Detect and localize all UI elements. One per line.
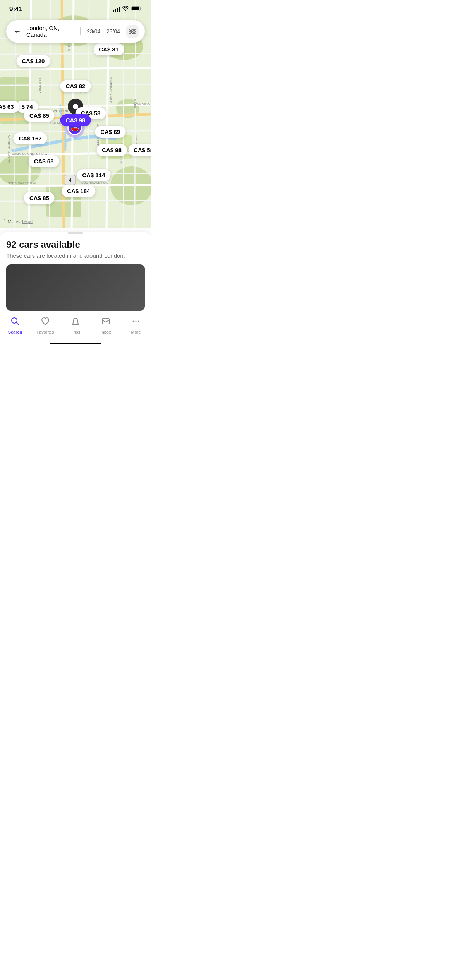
svg-rect-38 <box>102 319 109 324</box>
svg-rect-1 <box>132 7 139 10</box>
svg-text:4: 4 <box>69 178 72 182</box>
svg-line-37 <box>17 323 19 325</box>
home-bar <box>50 343 101 344</box>
svg-point-6 <box>133 31 135 33</box>
svg-text:SPRINGBA...: SPRINGBA... <box>38 77 41 96</box>
search-dates[interactable]: 23/04 – 23/04 <box>84 28 122 34</box>
search-nav-icon <box>10 317 20 328</box>
favorites-nav-icon <box>41 317 50 328</box>
price-bubble-p12[interactable]: CA$ 58 <box>128 144 151 156</box>
status-icons <box>113 6 142 13</box>
svg-text:SIDES: SIDES <box>133 99 136 108</box>
price-bubble-p11[interactable]: CA$ 98 <box>96 144 127 156</box>
wifi-icon <box>122 6 129 12</box>
price-bubble-p2[interactable]: CA$ 120 <box>16 55 50 67</box>
price-bubble-p1[interactable]: CA$ 81 <box>93 43 124 55</box>
signal-icon <box>113 7 120 12</box>
apple-icon:  <box>4 218 6 224</box>
pull-handle[interactable] <box>68 232 83 234</box>
price-bubble-p10[interactable]: CA$ 162 <box>13 132 47 144</box>
svg-point-39 <box>133 321 134 322</box>
svg-text:WONDERLAND RD: WONDERLAND RD <box>7 135 10 163</box>
price-bubble-p14[interactable]: CA$ 114 <box>77 169 110 181</box>
svg-text:SOUTHDALE RD E: SOUTHDALE RD E <box>81 181 108 185</box>
status-bar: 9:41 <box>0 0 151 16</box>
nav-item-more[interactable]: More <box>121 315 151 336</box>
svg-point-41 <box>138 321 139 322</box>
price-bubble-p13[interactable]: CA$ 68 <box>29 155 59 167</box>
trips-nav-label: Trips <box>71 330 80 334</box>
bottom-sheet: 92 cars available These cars are located… <box>0 232 151 311</box>
svg-point-5 <box>130 29 132 31</box>
search-divider <box>80 27 81 35</box>
trips-nav-icon <box>71 317 80 328</box>
back-button[interactable]: ← <box>12 27 22 36</box>
apple-maps-logo:  Maps <box>4 218 20 224</box>
nav-item-search[interactable]: Search <box>0 315 30 336</box>
price-bubble-p16[interactable]: CA$ 85 <box>24 192 55 204</box>
price-bubble-p7[interactable]: CA$ 98 <box>60 114 91 126</box>
more-nav-icon <box>131 317 141 328</box>
car-card-preview[interactable] <box>6 264 145 311</box>
maps-legal[interactable]: Legal <box>22 219 33 224</box>
price-bubble-p3[interactable]: CA$ 82 <box>60 80 91 92</box>
svg-text:HIGHBURY AVE N: HIGHBURY AVE N <box>110 77 113 103</box>
price-bubble-p6[interactable]: CA$ 85 <box>24 110 55 122</box>
svg-text:FLORENCE ST: FLORENCE ST <box>136 102 151 105</box>
favorites-nav-label: Favorites <box>36 330 54 334</box>
battery-icon <box>131 6 142 13</box>
cars-available-subtitle: These cars are located in and around Lon… <box>6 252 145 259</box>
more-nav-label: More <box>131 330 141 334</box>
maps-attribution:  Maps Legal <box>4 218 33 224</box>
search-bar[interactable]: ← London, ON, Canada 23/04 – 23/04 <box>6 20 145 43</box>
svg-point-40 <box>136 321 137 322</box>
inbox-nav-label: Inbox <box>101 330 111 334</box>
price-bubble-p15[interactable]: CA$ 184 <box>62 185 95 197</box>
price-bubble-p5[interactable]: A$ 63 <box>0 101 19 113</box>
search-nav-label: Search <box>8 330 22 334</box>
status-time: 9:41 <box>9 5 22 13</box>
nav-item-favorites[interactable]: Favorites <box>30 315 60 336</box>
nav-item-inbox[interactable]: Inbox <box>91 315 121 336</box>
search-location: London, ON, Canada <box>26 25 76 38</box>
svg-text:SOUTHDALE RD W: SOUTHDALE RD W <box>8 182 36 185</box>
filter-button[interactable] <box>126 25 139 38</box>
nav-item-trips[interactable]: Trips <box>60 315 91 336</box>
bottom-nav: Search Favorites Trips Inbox <box>0 311 151 338</box>
svg-point-7 <box>131 33 133 34</box>
cars-available-title: 92 cars available <box>6 239 145 250</box>
home-indicator <box>0 338 151 347</box>
inbox-nav-icon <box>101 317 110 328</box>
maps-text: Maps <box>7 219 20 224</box>
price-bubble-p9[interactable]: CA$ 69 <box>95 126 125 138</box>
